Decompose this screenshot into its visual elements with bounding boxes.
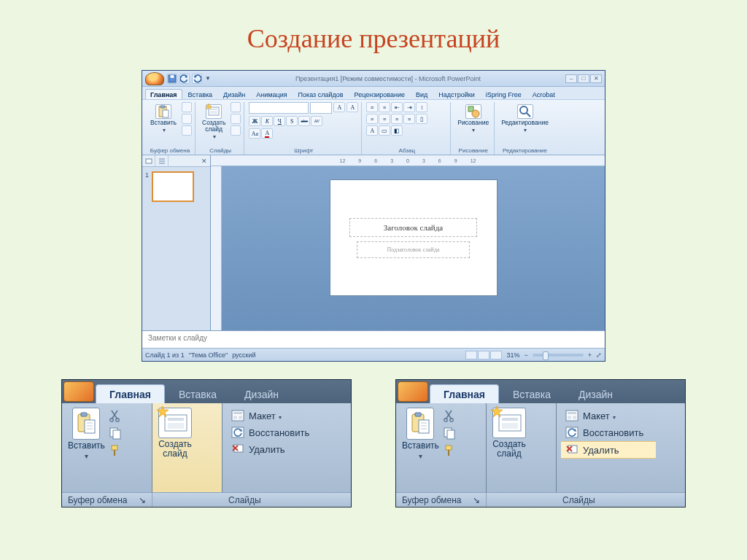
underline-button[interactable]: Ч — [274, 116, 285, 126]
panel-close-icon[interactable]: ✕ — [198, 155, 210, 166]
ruler-mark: 9 — [358, 158, 361, 163]
shadow-button[interactable]: S — [286, 116, 298, 126]
copy-icon[interactable] — [182, 114, 192, 124]
bold-button[interactable]: Ж — [249, 116, 260, 126]
bullets-icon[interactable]: ≡ — [366, 102, 378, 112]
paste-button[interactable]: Вставить ▾ — [148, 102, 179, 136]
sorter-view-icon[interactable] — [478, 351, 489, 359]
redo-icon[interactable] — [192, 74, 202, 84]
font-name-combo[interactable] — [249, 102, 309, 114]
tab-addins[interactable]: Надстройки — [433, 89, 479, 99]
normal-view-icon[interactable] — [465, 351, 477, 359]
change-case-icon[interactable]: Aa — [249, 128, 260, 139]
cut-icon[interactable] — [109, 409, 122, 422]
smartart-icon[interactable]: ◧ — [391, 125, 403, 136]
close-button[interactable]: ✕ — [590, 74, 602, 83]
new-slide-label: Создать слайд — [158, 440, 192, 459]
new-slide-button[interactable]: Создать слайд ▾ — [200, 102, 228, 142]
paste-button[interactable]: Вставить ▾ — [66, 406, 107, 462]
line-spacing-icon[interactable]: ↕ — [416, 102, 427, 112]
office-button-icon[interactable] — [63, 381, 94, 402]
slide-canvas[interactable]: Заголовок слайда Подзаголовок слайда — [330, 179, 498, 296]
paste-button[interactable]: Вставить ▾ — [400, 406, 441, 462]
tab-insert[interactable]: Вставка — [165, 384, 231, 403]
justify-icon[interactable]: ≡ — [403, 114, 415, 124]
office-button-icon[interactable] — [145, 72, 164, 85]
format-painter-icon[interactable] — [443, 444, 456, 457]
tab-design[interactable]: Дизайн — [565, 384, 627, 403]
copy-icon[interactable] — [109, 427, 122, 440]
font-size-combo[interactable] — [310, 102, 332, 114]
menu-layout[interactable]: Макет ▾ — [227, 408, 322, 424]
outline-tab-icon[interactable] — [155, 155, 169, 166]
strike-button[interactable]: abc — [298, 116, 310, 126]
tab-design[interactable]: Дизайн — [231, 384, 293, 403]
slideshow-view-icon[interactable] — [490, 351, 502, 359]
zoom-out-icon[interactable]: − — [524, 351, 527, 359]
tab-home[interactable]: Главная — [145, 89, 182, 99]
menu-layout[interactable]: Макет ▾ — [561, 408, 656, 424]
new-slide-button[interactable]: Создать слайд — [491, 406, 527, 460]
tab-acrobat[interactable]: Acrobat — [527, 89, 560, 99]
cut-icon[interactable] — [443, 409, 456, 422]
tab-view[interactable]: Вид — [411, 89, 433, 99]
align-right-icon[interactable]: ≡ — [391, 114, 403, 124]
drawing-button[interactable]: Рисование ▾ — [455, 102, 491, 136]
align-center-icon[interactable]: ≡ — [379, 114, 390, 124]
subtitle-placeholder[interactable]: Подзаголовок слайда — [357, 241, 470, 258]
tab-animation[interactable]: Анимация — [251, 89, 292, 99]
tab-insert[interactable]: Вставка — [499, 384, 565, 403]
notes-pane[interactable]: Заметки к слайду — [142, 330, 605, 348]
zoom-percent[interactable]: 31% — [506, 351, 519, 359]
menu-delete[interactable]: Удалить — [561, 441, 656, 459]
minimize-button[interactable]: – — [565, 74, 577, 83]
new-slide-button[interactable]: Создать слайд — [157, 406, 193, 460]
text-direction-icon[interactable]: A — [366, 125, 378, 136]
format-painter-icon[interactable] — [109, 444, 122, 457]
save-icon[interactable] — [167, 74, 177, 84]
cut-icon[interactable] — [182, 102, 192, 112]
spacing-button[interactable]: AV — [311, 116, 322, 126]
svg-line-12 — [527, 113, 530, 117]
reset-icon[interactable] — [231, 114, 241, 124]
columns-icon[interactable]: ▯ — [416, 114, 427, 124]
slide-thumbnail[interactable] — [152, 171, 194, 202]
svg-rect-28 — [114, 450, 115, 456]
maximize-button[interactable]: □ — [578, 74, 589, 83]
office-button-icon[interactable] — [398, 381, 428, 402]
format-painter-icon[interactable] — [182, 125, 192, 136]
status-language[interactable]: русский — [232, 351, 255, 359]
zoom-in-icon[interactable]: + — [588, 351, 592, 359]
tab-home[interactable]: Главная — [96, 384, 165, 403]
outdent-icon[interactable]: ⇤ — [391, 102, 403, 112]
tab-home[interactable]: Главная — [430, 384, 499, 403]
align-text-icon[interactable]: ▭ — [379, 125, 390, 136]
font-color-icon[interactable]: A — [261, 128, 273, 139]
title-placeholder[interactable]: Заголовок слайда — [349, 218, 477, 237]
menu-delete[interactable]: Удалить — [227, 441, 322, 457]
tab-ispring[interactable]: iSpring Free — [481, 89, 527, 99]
zoom-panel-b: Главная Вставка Дизайн Вставить ▾ — [395, 379, 686, 508]
copy-icon[interactable] — [443, 427, 456, 440]
tab-design[interactable]: Дизайн — [218, 89, 250, 99]
numbering-icon[interactable]: ≡ — [379, 102, 390, 112]
shrink-font-icon[interactable]: A — [347, 102, 358, 112]
editing-button[interactable]: Редактирование ▾ — [499, 102, 551, 136]
qat-dropdown-icon[interactable]: ▼ — [205, 75, 211, 82]
tab-insert[interactable]: Вставка — [183, 89, 217, 99]
delete-slide-icon[interactable] — [231, 125, 241, 136]
grow-font-icon[interactable]: A — [333, 102, 345, 112]
undo-icon[interactable] — [179, 74, 190, 84]
tab-slideshow[interactable]: Показ слайдов — [293, 89, 349, 99]
menu-reset[interactable]: Восстановить — [227, 424, 322, 440]
menu-reset[interactable]: Восстановить — [561, 424, 656, 440]
align-left-icon[interactable]: ≡ — [366, 114, 378, 124]
fit-window-icon[interactable]: ⤢ — [596, 351, 602, 359]
zoom-slider[interactable] — [533, 354, 584, 357]
group-clipboard: Вставить ▾ Буфер обмена — [145, 102, 196, 155]
layout-icon[interactable] — [231, 102, 241, 112]
tab-review[interactable]: Рецензирование — [349, 89, 411, 99]
italic-button[interactable]: К — [261, 116, 273, 126]
slides-tab-icon[interactable] — [142, 155, 155, 166]
indent-icon[interactable]: ⇥ — [403, 102, 415, 112]
